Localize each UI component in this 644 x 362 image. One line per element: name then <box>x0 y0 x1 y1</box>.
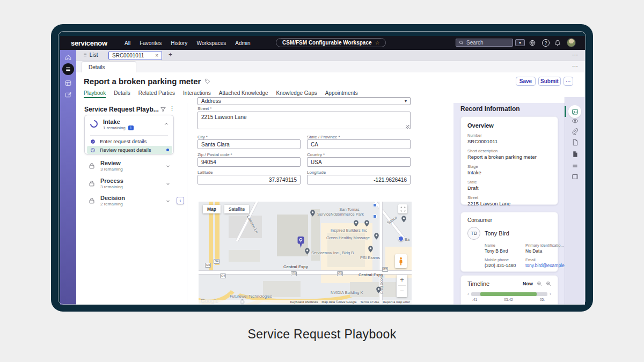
timeline-zoom-in-icon[interactable] <box>546 281 551 286</box>
textarea-resize-grip[interactable] <box>406 125 409 129</box>
address-map[interactable]: Lawson Ln Scott Blvd Space ServiceNow Sa… <box>199 202 412 305</box>
record-more-actions-button[interactable]: ⋯ <box>564 77 573 86</box>
map-label-inspired[interactable]: Inspired Builders Inc <box>331 228 367 233</box>
list-menu-button[interactable]: ≡ List <box>84 52 98 58</box>
map-pin-psi[interactable] <box>368 246 374 253</box>
keyboard-shortcuts-link[interactable]: Keyboard shortcuts <box>290 300 318 304</box>
playbook-step-active[interactable]: Review request details <box>87 146 172 154</box>
timeline-now-label[interactable]: Now <box>523 281 533 286</box>
tab-details[interactable]: Details <box>114 90 130 98</box>
nav-item-favorites[interactable]: Favorites <box>140 40 162 46</box>
stage-row-decision[interactable]: Decision 2 remaining <box>84 195 174 210</box>
map-type-satellite-button[interactable]: Satellite <box>224 205 249 213</box>
map-pin[interactable] <box>401 216 407 223</box>
zip-input[interactable] <box>197 157 301 167</box>
latitude-input[interactable] <box>197 175 301 184</box>
filter-icon[interactable] <box>160 106 166 113</box>
search-scope-dropdown[interactable]: ▾ <box>515 39 525 46</box>
watch-eye-icon[interactable] <box>572 117 579 124</box>
chevron-up-icon[interactable] <box>164 121 169 127</box>
city-input[interactable] <box>197 139 301 149</box>
active-list-rail-button[interactable] <box>62 63 74 75</box>
add-tab-button[interactable]: + <box>169 51 172 58</box>
map-marker-selected-location[interactable] <box>296 236 305 249</box>
submit-button[interactable]: Submit <box>538 77 561 86</box>
home-icon[interactable] <box>64 54 72 61</box>
street-view-pegman[interactable] <box>395 254 407 268</box>
map-label-bldg-b[interactable]: Servicenow Inc., Bldg B <box>311 250 354 255</box>
country-input[interactable] <box>307 157 411 167</box>
help-icon[interactable]: ? <box>542 39 550 47</box>
workspace-cards-icon[interactable] <box>64 79 72 87</box>
consumer-email-link[interactable]: tony.bird@example.c... <box>525 263 569 268</box>
map-label-psi[interactable]: PSI Exams <box>360 255 380 260</box>
display-layout-icon[interactable] <box>572 173 579 180</box>
timeline-track[interactable] <box>471 292 548 296</box>
workspace-pill[interactable]: CSM/FSM Configurable Workspace ☆ <box>276 38 386 47</box>
map-fullscreen-button[interactable] <box>398 204 407 213</box>
form-section-select[interactable]: Address ▾ <box>197 97 411 105</box>
nav-item-workspaces[interactable]: Workspaces <box>196 40 226 46</box>
globe-icon[interactable] <box>529 39 536 47</box>
close-tab-icon[interactable]: × <box>155 53 158 58</box>
map-pin[interactable] <box>353 220 359 227</box>
stage-row-process[interactable]: Process 3 remaining <box>84 178 174 193</box>
street-textarea[interactable]: 2215 Lawson Lane <box>197 112 411 129</box>
servicenow-logo[interactable]: servicenow <box>71 39 107 47</box>
save-button[interactable]: Save <box>516 77 536 86</box>
chevron-down-icon[interactable] <box>165 198 171 204</box>
map-label-ba[interactable]: Ba <box>405 237 409 242</box>
map-blue-poi[interactable] <box>398 236 404 241</box>
nav-item-history[interactable]: History <box>171 40 187 46</box>
record-info-rail-button[interactable] <box>568 105 581 118</box>
zoom-out-button[interactable]: − <box>397 286 407 297</box>
map-label-futurewei[interactable]: Futurewei Technologies <box>230 294 272 299</box>
chevron-down-icon[interactable] <box>165 181 171 187</box>
stage-row-review[interactable]: Review 3 remaining <box>84 160 174 175</box>
record-tab-src0001011[interactable]: SRC0001011 × <box>108 51 162 60</box>
attachments-paperclip-icon[interactable] <box>572 128 579 135</box>
map-transit-icon[interactable] <box>373 203 377 207</box>
report-error-link[interactable]: Report a map error <box>383 300 410 304</box>
details-subtab[interactable]: Details <box>82 61 136 72</box>
timeline-scroll-left[interactable]: ‹ <box>467 292 469 297</box>
map-label-nvidia[interactable]: NVIDIA Building K <box>331 290 363 295</box>
playbook-kebab-menu[interactable]: ⋮ <box>169 105 175 112</box>
nav-item-all[interactable]: All <box>125 40 130 46</box>
tab-strip-overflow-button[interactable]: ⋯ <box>572 51 579 58</box>
playbook-step-completed[interactable]: Enter request details <box>90 138 147 144</box>
search-input[interactable]: Search <box>456 39 513 47</box>
consumer-name[interactable]: Tony Bird <box>485 230 509 237</box>
state-input[interactable] <box>307 139 411 149</box>
map-type-map-button[interactable]: Map <box>203 205 221 213</box>
favorite-star-icon[interactable]: ☆ <box>375 40 380 46</box>
map-label-massage[interactable]: Green Healthy Massage <box>326 235 370 240</box>
longitude-input[interactable] <box>307 175 411 184</box>
tab-related-parties[interactable]: Related Parties <box>138 90 175 98</box>
document-filled-icon[interactable] <box>572 151 579 158</box>
map-pin[interactable] <box>364 220 370 227</box>
timeline-scroll-right[interactable]: › <box>550 292 551 297</box>
map-pin-bldg-b[interactable] <box>304 248 310 255</box>
terms-link[interactable]: Terms of Use <box>360 300 379 304</box>
timeline-range-fill[interactable] <box>480 292 537 296</box>
map-label-san-tomas[interactable]: San Tomas Commerce Park <box>333 207 366 217</box>
zoom-in-button[interactable]: + <box>397 275 407 285</box>
map-pin-servicenow[interactable] <box>310 210 316 217</box>
map-transit-icon[interactable] <box>373 215 377 218</box>
collapse-playbook-button[interactable]: ‹ <box>177 197 184 204</box>
nav-item-admin[interactable]: Admin <box>235 40 250 46</box>
timeline-zoom-out-icon[interactable] <box>537 281 542 286</box>
chevron-down-icon[interactable] <box>165 164 171 169</box>
compact-rows-icon[interactable] <box>572 162 579 169</box>
map-pin[interactable] <box>376 286 382 293</box>
consumer-avatar[interactable]: TB <box>467 227 480 240</box>
notes-document-icon[interactable] <box>572 139 579 146</box>
notifications-bell-icon[interactable] <box>554 39 561 47</box>
request-edit-icon[interactable] <box>64 91 72 98</box>
user-avatar[interactable] <box>567 38 576 47</box>
map-pin[interactable] <box>374 233 379 240</box>
tab-playbook[interactable]: Playbook <box>84 90 106 98</box>
subtab-overflow-button[interactable]: ⋯ <box>572 63 579 70</box>
tag-icon[interactable] <box>204 78 210 84</box>
